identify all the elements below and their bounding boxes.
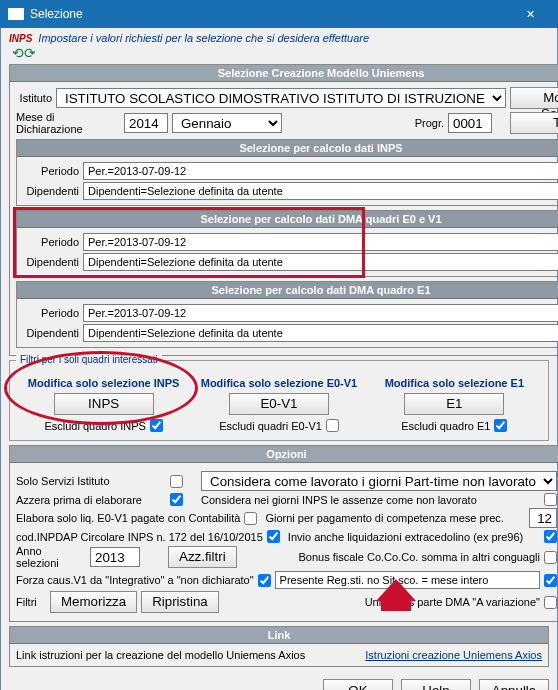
escludi-inps-checkbox[interactable] [150,419,163,432]
window-icon [8,8,24,20]
istituto-select[interactable]: ISTITUTO SCOLASTICO DIMOSTRATIVO ISTITUT… [56,88,506,108]
escludi-e1-checkbox[interactable] [494,419,507,432]
elabora-label: Elabora solo liq. E0-V1 pagate con Conta… [16,512,240,524]
presente-box: Presente Reg.sti. no Sit.sco. = mese int… [275,571,540,589]
escludi-e0v1-label: Escludi quadri E0-V1 [219,420,322,432]
dip-label-e0v1: Dipendenti [23,256,79,268]
azzera-label: Azzera prima di elaborare [16,494,166,506]
considera-inps-label: Considera nei giorni INPS le assenze com… [201,494,540,506]
section-inps-header: Selezione per calcolo dati INPS [17,140,558,157]
section-link: Link Link istruzioni per la creazione de… [9,626,549,667]
annulla-button[interactable]: Annulla [479,679,549,690]
section-e0v1-header: Selezione per calcolo dati DMA quadri E0… [17,211,558,228]
azz-filtri-button[interactable]: Azz.filtri [168,546,237,568]
titlebar: Selezione ✕ [0,0,558,28]
e1-button[interactable]: E1 [404,393,504,415]
section-filtri: Filtri per i soli quadri interessati Mod… [9,360,549,441]
forza-checkbox[interactable] [258,574,271,587]
close-button[interactable]: ✕ [510,4,550,24]
presente-checkbox[interactable] [544,574,557,587]
escludi-inps-label: Escludi quadro INPS [44,420,146,432]
section-creazione-header: Selezione Creazione Modello Uniemens [10,65,558,82]
uniemens-parte-checkbox[interactable] [544,596,557,609]
uniemens-parte-label: Uniemens parte DMA "A variazione" [223,596,540,608]
considera-pt-select[interactable]: Considera come lavorato i giorni Part-ti… [201,471,557,491]
inps-badge: INPS [9,33,32,44]
elabora-checkbox[interactable] [244,512,257,525]
anno-sel-input[interactable] [90,547,140,567]
periodo-value-inps: Per.=2013-07-09-12 [83,162,558,180]
link-url[interactable]: Istruzioni creazione Uniemens Axios [365,649,542,661]
window-title: Selezione [30,7,504,21]
dip-value-inps: Dipendenti=Selezione definita da utente [83,182,558,200]
dip-label-e1: Dipendenti [23,327,79,339]
periodo-value-e0v1: Per.=2013-07-09-12 [83,233,558,251]
escludi-e0v1-checkbox[interactable] [326,419,339,432]
cod-inpdap-label: cod.INPDAP Circolare INPS n. 172 del 16/… [16,531,263,543]
progr-label: Progr. [415,117,444,129]
giorni-pag-label: Giorni per pagamento di competenza mese … [261,512,525,524]
link-text: Link istruzioni per la creazione del mod… [16,649,361,661]
filtri-legend: Filtri per i soli quadri interessati [16,354,162,365]
section-e1-header: Selezione per calcolo dati DMA quadro E1 [17,282,558,299]
periodo-value-e1: Per.=2013-07-09-12 [83,304,558,322]
link-header: Link [10,627,548,644]
ok-button[interactable]: OK [323,679,393,690]
presente-text: Presente Reg.sti. no Sit.sco. = mese int… [280,574,489,586]
modifica-selezioni-button[interactable]: Modifica Selezioni [510,87,558,109]
filtri-label-bottom: Filtri [16,596,46,608]
periodo-label-e0v1: Periodo [23,236,79,248]
filtri-col1-head: Modifica solo selezione INPS [16,377,191,389]
bonus-checkbox[interactable] [544,551,557,564]
mese-select[interactable]: Gennaio [172,113,282,133]
ripristina-button[interactable]: Ripristina [141,591,219,613]
filtri-col-e1: Modifica solo selezione E1 E1 Escludi qu… [367,377,542,432]
opzioni-header: Opzioni [10,446,558,463]
periodo-label-inps: Periodo [23,165,79,177]
mese-label: Mese di Dichiarazione [16,111,120,135]
help-button[interactable]: Help [401,679,471,690]
dip-value-e0v1: Dipendenti=Selezione definita da utente [83,253,558,271]
memorizza-button[interactable]: Memorizza [50,591,137,613]
forza-label: Forza caus.V1 da "Integrativo" a "non di… [16,574,254,586]
solo-servizi-checkbox[interactable] [170,475,183,488]
filtri-col-inps: Modifica solo selezione INPS INPS Esclud… [16,377,191,432]
section-inps: Selezione per calcolo dati INPS Periodo … [16,139,558,206]
bonus-label: Bonus fiscale Co.Co.Co. somma in altri c… [241,551,540,563]
section-creazione: Selezione Creazione Modello Uniemens Ist… [9,64,558,356]
progr-input[interactable] [448,113,492,133]
info-text: Impostare i valori richiesti per la sele… [38,32,369,44]
azzera-checkbox[interactable] [170,493,183,506]
invio-liq-checkbox[interactable] [544,530,557,543]
anno-input[interactable] [124,113,168,133]
section-opzioni: Opzioni Solo Servizi Istituto Considera … [9,445,558,622]
tutte-button[interactable]: Tutte [510,112,558,134]
filtri-col2-head: Modifica solo selezione E0-V1 [191,377,366,389]
filtri-col3-head: Modifica solo selezione E1 [367,377,542,389]
section-e1: Selezione per calcolo dati DMA quadro E1… [16,281,558,348]
dip-label-inps: Dipendenti [23,185,79,197]
anno-sel-label: Anno selezioni [16,545,86,569]
info-row: INPS Impostare i valori richiesti per la… [9,32,549,44]
inps-button[interactable]: INPS [54,393,154,415]
section-e0v1: Selezione per calcolo dati DMA quadri E0… [16,210,558,277]
considera-inps-checkbox[interactable] [544,493,557,506]
giorni-pag-input[interactable] [529,508,557,528]
solo-servizi-label: Solo Servizi Istituto [16,475,166,487]
istituto-label: Istituto [16,92,52,104]
dip-value-e1: Dipendenti=Selezione definita da utente [83,324,558,342]
e0v1-button[interactable]: E0-V1 [229,393,329,415]
refresh-icon[interactable]: ⟲⟳ [9,46,39,60]
periodo-label-e1: Periodo [23,307,79,319]
filtri-col-e0v1: Modifica solo selezione E0-V1 E0-V1 Escl… [191,377,366,432]
invio-liq-label: Invio anche liquidazioni extracedolino (… [284,531,540,543]
escludi-e1-label: Escludi quadro E1 [401,420,490,432]
cod-inpdap-checkbox[interactable] [267,530,280,543]
